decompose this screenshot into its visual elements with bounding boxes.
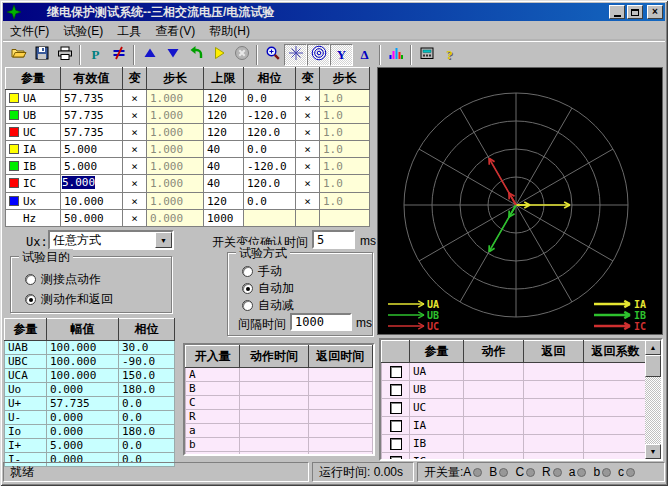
test-mode-option-1[interactable]: 自动加 (242, 280, 294, 297)
param-UB-max[interactable]: 120 (204, 107, 244, 124)
menu-file[interactable]: 文件(F) (3, 21, 56, 42)
result-IB-checkbox[interactable] (390, 438, 402, 450)
param-IB-value[interactable]: 5.000 (61, 158, 123, 175)
param-Hz-step-phase[interactable] (320, 210, 370, 227)
param-UC-vary-phase[interactable]: × (296, 124, 320, 141)
help-button[interactable]: ? (438, 44, 461, 66)
param-Hz-phase[interactable] (244, 210, 296, 227)
param-UA-vary-phase[interactable]: × (296, 90, 320, 107)
param-Ux-value[interactable]: 10.000 (61, 193, 123, 210)
test-purpose-option-1[interactable]: 测动作和返回 (25, 291, 113, 308)
minimize-button[interactable] (609, 5, 625, 19)
radio-unselected-icon[interactable] (242, 266, 253, 277)
param-UB-vary-amplitude[interactable]: × (123, 107, 147, 124)
test-mode-option-0[interactable]: 手动 (242, 263, 282, 280)
param-UC-step-phase[interactable]: 1.0 (320, 124, 370, 141)
test-mode-option-2[interactable]: 自动减 (242, 297, 294, 314)
param-UB-vary-phase[interactable]: × (296, 107, 320, 124)
param-Ux-step-phase[interactable]: 1.0 (320, 193, 370, 210)
param-IB-step-phase[interactable]: 1.0 (320, 158, 370, 175)
param-IB-vary-phase[interactable]: × (296, 158, 320, 175)
undo-button[interactable] (184, 44, 207, 66)
result-UB-checkbox[interactable] (390, 384, 402, 396)
param-UA-max[interactable]: 120 (204, 90, 244, 107)
param-Ux-vary-amplitude[interactable]: × (123, 193, 147, 210)
param-IA-phase[interactable]: 0.0 (244, 141, 296, 158)
results-scrollbar[interactable]: ▲ ▼ (645, 340, 661, 459)
param-UA-step-amplitude[interactable]: 1.000 (147, 90, 204, 107)
not-equal-button[interactable] (107, 44, 130, 66)
param-UC-max[interactable]: 120 (204, 124, 244, 141)
param-IA-value[interactable]: 5.000 (61, 141, 123, 158)
param-Hz-vary-phase[interactable] (296, 210, 320, 227)
param-IC-step-phase[interactable]: 1.0 (320, 175, 370, 193)
param-IB-step-amplitude[interactable]: 1.000 (147, 158, 204, 175)
param-IC-value[interactable]: 5.000 (61, 175, 123, 193)
param-IA-vary-phase[interactable]: × (296, 141, 320, 158)
param-Ux-phase[interactable]: 0.0 (244, 193, 296, 210)
param-UB-phase[interactable]: -120.0 (244, 107, 296, 124)
param-UC-step-amplitude[interactable]: 1.000 (147, 124, 204, 141)
scroll-up-button[interactable]: ▲ (645, 340, 661, 355)
param-IC-step-amplitude[interactable]: 1.000 (147, 175, 204, 193)
param-UC-value[interactable]: 57.735 (61, 124, 123, 141)
scroll-thumb[interactable] (645, 355, 661, 377)
chevron-down-icon[interactable]: ▼ (155, 232, 172, 248)
param-UB-value[interactable]: 57.735 (61, 107, 123, 124)
open-button[interactable] (7, 44, 30, 66)
param-Ux-vary-phase[interactable]: × (296, 193, 320, 210)
switch-confirm-input[interactable]: 5 (312, 230, 355, 249)
menu-test[interactable]: 试验(E) (56, 21, 110, 42)
result-UA-checkbox[interactable] (390, 366, 402, 378)
result-IA-checkbox[interactable] (390, 420, 402, 432)
param-IA-step-phase[interactable]: 1.0 (320, 141, 370, 158)
triangle-up-button[interactable] (138, 44, 161, 66)
calculator-button[interactable] (415, 44, 438, 66)
delta-button[interactable]: Δ (353, 44, 376, 66)
param-UC-phase[interactable]: 120.0 (244, 124, 296, 141)
param-IB-max[interactable]: 40 (204, 158, 244, 175)
radio-selected-icon[interactable] (242, 283, 253, 294)
axes-button[interactable] (284, 44, 307, 66)
param-Hz-value[interactable]: 50.000 (61, 210, 123, 227)
menu-help[interactable]: 帮助(H) (202, 21, 257, 42)
param-UA-step-phase[interactable]: 1.0 (320, 90, 370, 107)
scroll-track[interactable] (645, 377, 661, 444)
menu-view[interactable]: 查看(V) (148, 21, 202, 42)
radio-unselected-icon[interactable] (25, 274, 36, 285)
test-purpose-option-0[interactable]: 测接点动作 (25, 271, 101, 288)
letter-p-button[interactable]: P (84, 44, 107, 66)
menu-tools[interactable]: 工具 (110, 21, 148, 42)
result-UC-checkbox[interactable] (390, 402, 402, 414)
param-Hz-max[interactable]: 1000 (204, 210, 244, 227)
param-Hz-step-amplitude[interactable]: 0.000 (147, 210, 204, 227)
param-IC-vary-phase[interactable]: × (296, 175, 320, 193)
rings-button[interactable] (307, 44, 330, 66)
result-IC-checkbox[interactable] (390, 456, 402, 461)
param-IB-phase[interactable]: -120.0 (244, 158, 296, 175)
param-Ux-max[interactable]: 120 (204, 193, 244, 210)
param-IA-vary-amplitude[interactable]: × (123, 141, 147, 158)
param-UB-step-amplitude[interactable]: 1.000 (147, 107, 204, 124)
param-Hz-vary-amplitude[interactable]: × (123, 210, 147, 227)
interval-input[interactable]: 1000 (290, 313, 352, 331)
param-IC-vary-amplitude[interactable]: × (123, 175, 147, 193)
param-UA-value[interactable]: 57.735 (61, 90, 123, 107)
param-IC-value-editor[interactable]: 5.000 (61, 175, 122, 192)
param-IA-step-amplitude[interactable]: 1.000 (147, 141, 204, 158)
radio-selected-icon[interactable] (25, 294, 36, 305)
radio-unselected-icon[interactable] (242, 300, 253, 311)
maximize-button[interactable] (627, 5, 643, 19)
param-IA-max[interactable]: 40 (204, 141, 244, 158)
scroll-down-button[interactable]: ▼ (645, 444, 661, 459)
param-UC-vary-amplitude[interactable]: × (123, 124, 147, 141)
param-UB-step-phase[interactable]: 1.0 (320, 107, 370, 124)
param-IC-phase[interactable]: 120.0 (244, 175, 296, 193)
stop-button[interactable] (230, 44, 253, 66)
save-button[interactable] (30, 44, 53, 66)
print-button[interactable] (53, 44, 76, 66)
param-IC-max[interactable]: 40 (204, 175, 244, 193)
param-Ux-step-amplitude[interactable]: 1.000 (147, 193, 204, 210)
wye-button[interactable]: Y (330, 44, 353, 66)
param-IB-vary-amplitude[interactable]: × (123, 158, 147, 175)
